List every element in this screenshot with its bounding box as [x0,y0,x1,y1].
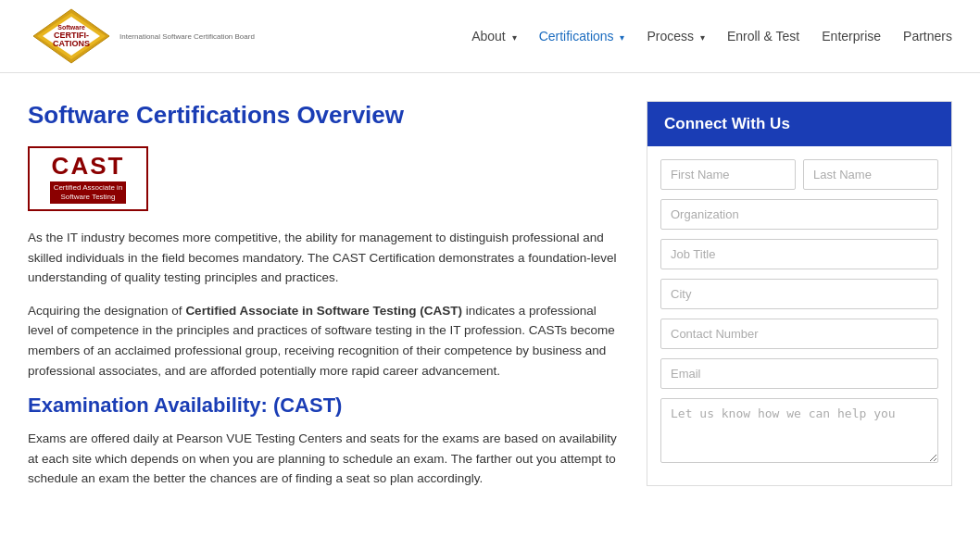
nav-link-enroll[interactable]: Enroll & Test [727,29,799,44]
city-row [660,279,938,309]
exam-paragraph: Exams are offered daily at Pearson VUE T… [28,429,619,489]
exam-title: Examination Availability: (CAST) [28,394,619,418]
connect-box: Connect With Us [647,101,952,486]
job-title-input[interactable] [660,239,938,269]
cast-line2: Software Testing [60,193,115,201]
paragraph2: Acquiring the designation of Certified A… [28,301,619,381]
right-column: Connect With Us [647,101,952,502]
org-row [660,199,938,230]
p2-bold: Certified Associate in Software Testing … [185,304,462,318]
organization-input[interactable] [660,199,938,230]
logo-icon: Software CERTIFI- CATIONS [28,7,116,65]
nav-item-about[interactable]: About ▾ [471,29,516,44]
cast-logo-text: CAST [52,154,125,178]
nav-item-partners[interactable]: Partners [903,29,952,44]
nav-item-process[interactable]: Process ▾ [647,29,704,44]
nav-link-process[interactable]: Process ▾ [647,29,704,44]
process-arrow: ▾ [700,32,705,43]
nav-link-partners[interactable]: Partners [903,29,952,44]
p2-prefix: Acquiring the designation of [28,304,185,318]
nav-link-enterprise[interactable]: Enterprise [822,29,881,44]
paragraph1: As the IT industry becomes more competit… [28,228,619,288]
logo-area: Software CERTIFI- CATIONS International … [28,7,255,65]
nav-links: About ▾ Certifications ▾ Process ▾ Enrol… [471,29,952,44]
name-row [660,159,938,190]
last-name-input[interactable] [803,159,938,190]
svg-text:Software: Software [57,24,85,31]
cert-arrow: ▾ [620,32,624,43]
nav-link-about[interactable]: About ▾ [471,29,516,44]
p1-text: As the IT industry becomes more competit… [28,231,617,284]
navbar: Software CERTIFI- CATIONS International … [0,0,980,73]
contact-row [660,319,938,349]
nav-item-enroll[interactable]: Enroll & Test [727,29,799,44]
nav-link-certifications[interactable]: Certifications ▾ [539,29,625,44]
job-title-row [660,239,938,269]
cast-logo-box: CAST Certified Associate in Software Tes… [28,146,148,211]
left-column: Software Certifications Overview CAST Ce… [28,101,619,502]
city-input[interactable] [660,279,938,309]
logo-sub-text: International Software Certification Boa… [119,32,255,41]
page-title: Software Certifications Overview [28,101,619,130]
message-textarea[interactable] [660,398,938,463]
email-input[interactable] [660,358,938,389]
message-row [660,398,938,463]
cast-line1: Certified Associate in [54,183,123,192]
page-content: Software Certifications Overview CAST Ce… [0,73,980,502]
contact-input[interactable] [660,319,938,349]
cast-logo-subtitle: Certified Associate in Software Testing [50,181,127,205]
svg-text:CATIONS: CATIONS [53,39,90,48]
nav-item-enterprise[interactable]: Enterprise [822,29,881,44]
first-name-input[interactable] [660,159,796,190]
email-row [660,358,938,389]
nav-item-certifications[interactable]: Certifications ▾ [539,29,625,44]
connect-header: Connect With Us [647,102,951,146]
about-arrow: ▾ [512,32,517,43]
connect-form [647,146,951,485]
